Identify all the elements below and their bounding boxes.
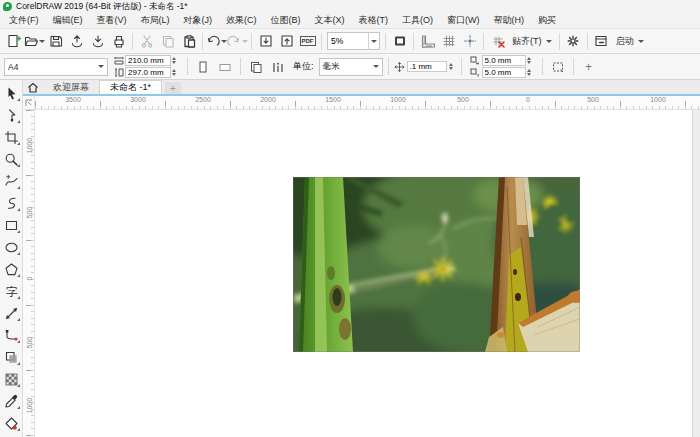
new-document-button[interactable]: [3, 31, 24, 52]
paste-button[interactable]: [178, 31, 199, 52]
home-button[interactable]: [23, 80, 43, 94]
text-tool[interactable]: 字: [1, 280, 22, 302]
connector-tool[interactable]: [1, 324, 22, 346]
menu-item[interactable]: 文本(X): [308, 13, 352, 28]
show-grid-button[interactable]: [438, 31, 459, 52]
publish-pdf-button[interactable]: PDF: [297, 31, 318, 52]
duplicate-x-input[interactable]: [482, 55, 526, 66]
menu-item[interactable]: 编辑(E): [46, 13, 90, 28]
zoom-level-input[interactable]: [328, 33, 368, 49]
zoom-level-combo[interactable]: [327, 32, 380, 50]
tab-untitled-1[interactable]: 未命名 -1*: [99, 80, 162, 94]
ruler-tick-label: 0: [526, 96, 530, 103]
cloud-download-button[interactable]: [87, 31, 108, 52]
launch-menu-button[interactable]: 启动: [612, 31, 648, 51]
page-width-spinner[interactable]: [172, 57, 179, 64]
curve-tool[interactable]: [1, 192, 22, 214]
menu-item[interactable]: 查看(V): [90, 13, 134, 28]
nudge-distance-input[interactable]: [407, 61, 447, 72]
title-bar: CorelDRAW 2019 (64-Bit 评估版) - 未命名 -1*: [0, 0, 700, 13]
docker-edge[interactable]: [692, 110, 700, 437]
cut-button[interactable]: [136, 31, 157, 52]
page-height-input[interactable]: [125, 67, 171, 78]
portrait-orientation-button[interactable]: [193, 57, 213, 77]
ellipse-tool[interactable]: [1, 236, 22, 258]
menu-item[interactable]: 效果(C): [219, 13, 264, 28]
menu-item[interactable]: 帮助(H): [487, 13, 532, 28]
new-icon: [7, 34, 21, 48]
interactive-fill-tool[interactable]: [1, 412, 22, 434]
pick-tool[interactable]: [1, 82, 22, 104]
duplicate-x-spinner[interactable]: [527, 57, 534, 64]
shape-tool[interactable]: [1, 104, 22, 126]
open-document-button[interactable]: [24, 31, 45, 52]
zoom-tool[interactable]: [1, 148, 22, 170]
menu-item[interactable]: 位图(B): [264, 13, 308, 28]
drawing-canvas[interactable]: [35, 110, 692, 437]
toolbar-separator: [413, 33, 414, 50]
rectangle-tool[interactable]: [1, 214, 22, 236]
horizontal-ruler[interactable]: 350030002500200015001000500050010001500: [35, 96, 700, 110]
propbar-separator: [240, 58, 241, 75]
vertical-ruler[interactable]: 100050005001000: [23, 110, 35, 437]
transparency-tool[interactable]: [1, 368, 22, 390]
show-rulers-button[interactable]: [417, 31, 438, 52]
menu-item[interactable]: 布局(L): [134, 13, 177, 28]
page-height-spinner[interactable]: [172, 69, 179, 76]
menu-item[interactable]: 文件(F): [2, 13, 46, 28]
menu-item[interactable]: 表格(T): [352, 13, 396, 28]
drop-shadow-tool[interactable]: [1, 346, 22, 368]
duplicate-distance-group: [470, 55, 534, 78]
cloud-upload-button[interactable]: [66, 31, 87, 52]
polygon-tool-icon: [4, 262, 19, 277]
rulers-icon: [421, 34, 435, 48]
units-select[interactable]: 毫米: [319, 58, 383, 76]
page-markers-button[interactable]: [268, 57, 288, 77]
polygon-tool[interactable]: [1, 258, 22, 280]
menu-item[interactable]: 窗口(W): [440, 13, 487, 28]
placed-photo[interactable]: [293, 177, 580, 352]
page-size-select[interactable]: A4: [4, 58, 108, 76]
crop-tool[interactable]: [1, 126, 22, 148]
save-button[interactable]: [45, 31, 66, 52]
duplicate-y-spinner[interactable]: [527, 69, 534, 76]
ruler-tick-label: 1000: [26, 144, 33, 154]
page-width-input[interactable]: [125, 55, 171, 66]
landscape-orientation-button[interactable]: [215, 57, 235, 77]
snap-off-button[interactable]: [487, 31, 508, 52]
tab-welcome-screen[interactable]: 欢迎屏幕: [43, 80, 99, 94]
ruler-tick-label: 3500: [65, 96, 81, 103]
ruler-origin-icon[interactable]: [23, 96, 35, 110]
export-button[interactable]: [276, 31, 297, 52]
nudge-spinner[interactable]: [449, 63, 456, 70]
dimension-tool[interactable]: [1, 302, 22, 324]
eyedropper-tool[interactable]: [1, 390, 22, 412]
copy-button[interactable]: [157, 31, 178, 52]
all-pages-layout-button[interactable]: [246, 57, 266, 77]
duplicate-y-input[interactable]: [482, 67, 526, 78]
coreldraw-logo-icon: [3, 2, 12, 11]
units-label: 单位:: [293, 60, 314, 73]
cut-icon: [140, 34, 154, 48]
menu-item[interactable]: 对象(J): [177, 13, 220, 28]
chevron-down-icon[interactable]: [368, 32, 379, 50]
redo-button[interactable]: [227, 31, 248, 52]
add-property-button[interactable]: +: [579, 57, 599, 77]
show-guidelines-button[interactable]: [459, 31, 480, 52]
print-button[interactable]: [108, 31, 129, 52]
freehand-tool[interactable]: [1, 170, 22, 192]
document-tab-bar: 欢迎屏幕 未命名 -1* +: [23, 80, 700, 96]
undo-button[interactable]: [206, 31, 227, 52]
menu-item[interactable]: 工具(O): [395, 13, 440, 28]
launch-panel-button[interactable]: [591, 31, 612, 52]
menu-item[interactable]: 购买: [531, 13, 563, 28]
ruler-tick-label: 500: [587, 96, 599, 103]
new-tab-button[interactable]: +: [165, 82, 181, 94]
options-button[interactable]: [563, 31, 584, 52]
import-button[interactable]: [255, 31, 276, 52]
eyedropper-tool-icon: [4, 394, 19, 409]
units-value: 毫米: [323, 61, 340, 73]
snap-menu-button[interactable]: 贴齐(T): [508, 31, 556, 51]
treat-as-filled-button[interactable]: [548, 57, 568, 77]
fullscreen-preview-button[interactable]: [389, 31, 410, 52]
